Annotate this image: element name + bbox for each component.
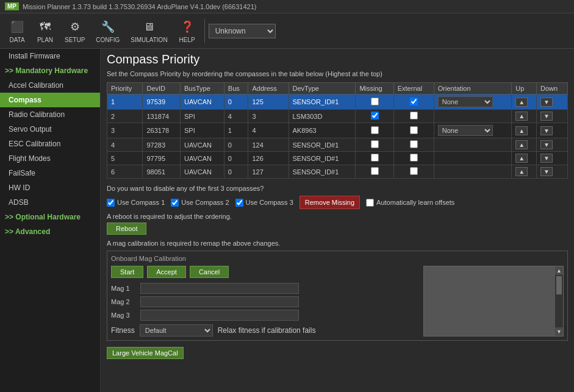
table-row: 1 97539 UAVCAN 0 125 SENSOR_ID#1 None ▲ … <box>107 94 568 110</box>
down-button[interactable]: ▼ <box>540 167 553 176</box>
cell-missing[interactable] <box>356 110 393 123</box>
plan-icon: 🗺 <box>37 18 54 35</box>
scroll-up-arrow[interactable]: ▲ <box>555 266 563 275</box>
cell-up[interactable]: ▲ <box>512 110 537 123</box>
missing-checkbox[interactable] <box>371 126 379 134</box>
plan-button[interactable]: 🗺 PLAN <box>32 16 59 46</box>
reboot-button[interactable]: Reboot <box>107 223 146 235</box>
cell-up[interactable]: ▲ <box>512 123 537 138</box>
down-button[interactable]: ▼ <box>540 140 553 149</box>
cell-down[interactable]: ▼ <box>537 110 568 123</box>
up-button[interactable]: ▲ <box>515 167 528 176</box>
sidebar-item-optional-hardware[interactable]: >> Optional Hardware <box>0 210 100 224</box>
sidebar-item-flight-modes[interactable]: Flight Modes <box>0 151 100 166</box>
sidebar-item-mandatory-hardware[interactable]: >> Mandatory Hardware <box>0 63 100 78</box>
cell-down[interactable]: ▼ <box>537 123 568 138</box>
cell-down[interactable]: ▼ <box>537 94 568 110</box>
cell-up[interactable]: ▲ <box>512 94 537 110</box>
cell-up[interactable]: ▲ <box>512 152 537 165</box>
up-button[interactable]: ▲ <box>515 126 528 135</box>
cell-external[interactable] <box>393 94 434 110</box>
use-compass2-label[interactable]: Use Compass 2 <box>171 199 229 207</box>
cell-external[interactable] <box>393 138 434 152</box>
mag3-bar <box>140 310 299 321</box>
sidebar-item-esc-calibration[interactable]: ESC Calibration <box>0 137 100 151</box>
down-button[interactable]: ▼ <box>540 126 553 135</box>
cell-external[interactable] <box>393 165 434 179</box>
vehicle-dropdown[interactable]: Unknown ArduPlane ArduCopter <box>209 24 276 38</box>
cell-orientation[interactable]: None <box>434 123 512 138</box>
external-checkbox[interactable] <box>410 140 418 148</box>
external-checkbox[interactable] <box>410 167 418 175</box>
fitness-select[interactable]: Default 3.0 4.0 5.0 6.0 8.0 <box>140 324 213 337</box>
auto-learn-label[interactable]: Automatically learn offsets <box>366 199 454 207</box>
scroll-down-arrow[interactable]: ▼ <box>555 327 563 336</box>
up-button[interactable]: ▲ <box>515 98 528 107</box>
cell-down[interactable]: ▼ <box>537 138 568 152</box>
cell-orientation <box>434 110 512 123</box>
data-button[interactable]: ⬛ DATA <box>4 16 30 46</box>
large-vehicle-button[interactable]: Large Vehicle MagCal <box>107 347 184 359</box>
setup-button[interactable]: ⚙ SETUP <box>60 16 90 46</box>
cal-scrollbar[interactable]: ▲ ▼ <box>554 266 563 336</box>
cal-cancel-button[interactable]: Cancel <box>190 266 229 278</box>
simulation-button[interactable]: 🖥 SIMULATION <box>126 16 172 46</box>
fitness-label: Fitness <box>111 326 135 335</box>
cell-missing[interactable] <box>356 152 393 165</box>
sidebar-item-adsb[interactable]: ADSB <box>0 195 100 210</box>
missing-checkbox[interactable] <box>371 167 379 175</box>
up-button[interactable]: ▲ <box>515 112 528 121</box>
use-compass3-label[interactable]: Use Compass 3 <box>235 199 293 207</box>
missing-checkbox[interactable] <box>371 140 379 148</box>
down-button[interactable]: ▼ <box>540 154 553 163</box>
compass-table: Priority DevID BusType Bus Address DevTy… <box>107 82 568 179</box>
cell-external[interactable] <box>393 123 434 138</box>
cell-down[interactable]: ▼ <box>537 165 568 179</box>
orientation-select[interactable]: None <box>438 125 493 136</box>
up-button[interactable]: ▲ <box>515 140 528 149</box>
sidebar-item-failsafe[interactable]: FailSafe <box>0 166 100 180</box>
sidebar-item-install-firmware[interactable]: Install Firmware <box>0 49 100 63</box>
col-address: Address <box>248 83 289 94</box>
missing-checkbox[interactable] <box>371 154 379 162</box>
use-compass1-label[interactable]: Use Compass 1 <box>107 199 165 207</box>
orientation-select[interactable]: None <box>438 96 493 107</box>
use-compass1-checkbox[interactable] <box>107 199 115 207</box>
cell-up[interactable]: ▲ <box>512 165 537 179</box>
use-compass2-checkbox[interactable] <box>171 199 179 207</box>
sidebar-item-radio-calibration[interactable]: Radio Calibration <box>0 107 100 122</box>
cell-orientation <box>434 138 512 152</box>
cell-bus: 0 <box>224 152 248 165</box>
external-checkbox[interactable] <box>410 126 418 134</box>
cell-down[interactable]: ▼ <box>537 152 568 165</box>
cal-start-button[interactable]: Start <box>111 266 143 278</box>
down-button[interactable]: ▼ <box>540 98 553 107</box>
cell-missing[interactable] <box>356 165 393 179</box>
cell-missing[interactable] <box>356 138 393 152</box>
cell-orientation[interactable]: None <box>434 94 512 110</box>
use-compass3-checkbox[interactable] <box>235 199 243 207</box>
help-button[interactable]: ❓ HELP <box>174 16 201 46</box>
sidebar-item-compass[interactable]: Compass <box>0 93 100 107</box>
cal-accept-button[interactable]: Accept <box>147 266 186 278</box>
cell-missing[interactable] <box>356 94 393 110</box>
cell-up[interactable]: ▲ <box>512 138 537 152</box>
auto-learn-checkbox[interactable] <box>366 199 374 207</box>
sidebar-item-advanced[interactable]: >> Advanced <box>0 224 100 239</box>
external-checkbox[interactable] <box>410 154 418 162</box>
sidebar-item-servo-output[interactable]: Servo Output <box>0 122 100 137</box>
sidebar-item-hw-id[interactable]: HW ID <box>0 180 100 195</box>
up-button[interactable]: ▲ <box>515 154 528 163</box>
sidebar-item-accel-calibration[interactable]: Accel Calibration <box>0 78 100 93</box>
external-checkbox[interactable] <box>410 112 418 119</box>
down-button[interactable]: ▼ <box>540 112 553 121</box>
table-row: 6 98051 UAVCAN 0 127 SENSOR_ID#1 ▲ ▼ <box>107 165 568 179</box>
external-checkbox[interactable] <box>410 98 418 105</box>
cell-external[interactable] <box>393 152 434 165</box>
cell-missing[interactable] <box>356 123 393 138</box>
remove-missing-button[interactable]: Remove Missing <box>300 196 360 209</box>
missing-checkbox[interactable] <box>371 98 379 105</box>
config-button[interactable]: 🔧 CONFIG <box>91 16 124 46</box>
missing-checkbox[interactable] <box>371 112 379 119</box>
cell-external[interactable] <box>393 110 434 123</box>
